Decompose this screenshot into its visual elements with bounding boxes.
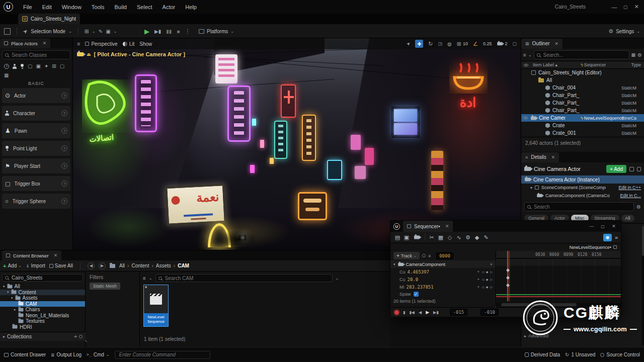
breadcrumb-all[interactable]: All [119,263,125,268]
add-collection-icon[interactable]: + [74,334,77,339]
console-input[interactable] [115,351,210,359]
outliner-row-level[interactable]: Cairo_Streets_Night (Editor) [521,69,644,76]
menu-file[interactable]: File [18,4,37,10]
perspective-dropdown[interactable]: Perspective [91,41,117,47]
toolbar-overflow-icon[interactable]: » [615,234,618,240]
next-key-icon[interactable]: ▷ [490,285,493,289]
seq-keys-icon[interactable]: ◇ [446,234,454,241]
outliner-tab[interactable]: ⊞ Outliner ✕ [521,39,562,49]
grid-snap-icon[interactable]: ⊞ [457,41,461,47]
settings-dropdown[interactable]: Settings [616,29,634,34]
outliner-row-folder[interactable]: All [521,76,644,84]
menu-help[interactable]: Help [180,4,202,10]
nav-back-button[interactable]: ◀ [88,262,95,269]
add-section-icon[interactable]: + [490,262,493,267]
cb-tree-row-assets[interactable]: ▾ Assets [0,295,85,301]
menu-edit[interactable]: Edit [37,4,57,10]
asset-tile-newlevelsequence[interactable]: * NewLevel Sequence [144,285,168,326]
place-actor-item-player-start[interactable]: ⚑ Player Start ? [2,158,70,173]
cb-tree-row-chairs[interactable]: ▸ Chairs [0,307,85,313]
blueprints-button[interactable]: ✎ [99,29,103,34]
key-icon[interactable]: ◆ [486,278,489,281]
help-icon[interactable]: ? [61,128,67,134]
arrow-down-icon[interactable]: ▾ [3,285,5,289]
eject-pilot-icon[interactable]: ⏏ [87,52,91,57]
eye-icon[interactable] [523,117,528,120]
rotate-tool-icon[interactable]: ↻ [428,41,433,47]
derived-data-button[interactable]: Derived Data [525,352,560,357]
place-actor-item-trigger-sphere[interactable]: ○ Trigger Sphere ? [2,194,70,209]
outliner-col-item-label[interactable]: Item Label ▴ [533,62,557,67]
add-component-button[interactable]: + Add [606,165,626,173]
breadcrumb-cam[interactable]: CAM [178,263,189,268]
all-classes-icon[interactable]: ▦ [4,72,9,78]
scale-snap-value[interactable]: 0.25 [483,41,492,46]
track-row-camera-component[interactable]: ▾ CameraComponent + [390,260,496,268]
asset-filter-icon[interactable]: ≡ [143,276,146,281]
camera-speed-value[interactable]: 2 [505,41,507,46]
details-settings-icon[interactable]: ⚙ [636,204,641,210]
prev-key-icon[interactable]: ◁ [481,285,484,289]
camera-speed-icon[interactable] [498,42,503,45]
effects-icon[interactable]: ✦ [44,63,48,69]
view-options-caret-icon[interactable]: ⌄ [336,276,339,281]
world-space-icon[interactable]: ◍ [447,41,452,47]
play-button[interactable]: ▶ [144,28,149,35]
level-tab[interactable]: U Cairo_Streets_Night [18,14,80,24]
seq-edit-options-icon[interactable]: ✎ [482,234,490,241]
record-button[interactable] [394,310,399,315]
sequencer-tab[interactable]: Sequencer• ✕ [403,221,453,232]
seq-layout-icon[interactable]: ▦ [437,234,445,241]
close-icon[interactable]: ✕ [445,224,449,229]
edit-in-c-link[interactable]: Edit in C... [620,193,641,198]
close-icon[interactable]: ✕ [43,41,47,46]
cinematics-button[interactable]: ▣ [106,29,110,34]
viewport-options-icon[interactable]: ≡ [77,41,80,47]
window-close-button[interactable]: ✕ [631,4,642,10]
selection-mode-dropdown[interactable]: Selection Mode [31,29,65,34]
edit-in-cpp-link[interactable]: Edit in C++ [618,185,641,190]
place-actor-item-actor[interactable]: ⊙ Actor ? [2,88,70,103]
component-row-scene[interactable]: ▾ SceneComponent (SceneComponent) Edit i… [521,184,644,192]
basic-classes-icon[interactable] [13,64,17,69]
seq-find-icon[interactable]: ▣ [403,234,411,241]
add-key-icon[interactable]: + [477,269,479,274]
menu-select[interactable]: Select [132,4,157,10]
spawned-checkbox[interactable]: ✓ [414,292,419,297]
seq-curves-icon[interactable]: ∿ [455,234,463,241]
next-key-icon[interactable]: ▷ [490,270,493,274]
timeline-ruler[interactable]: 0030 0060 0090 0120 0150 [496,251,621,258]
outliner-row[interactable]: Chair_Part_ StaticM [521,92,644,99]
prev-key-icon[interactable]: ◁ [481,278,484,281]
sequence-name[interactable]: NewLevelSequence• [570,245,611,250]
outliner-settings-icon[interactable]: ⚙ [637,52,642,58]
window-maximize-button[interactable]: ▢ [599,224,607,229]
lights-icon[interactable] [20,64,24,69]
outliner-col-type[interactable]: Type [631,62,641,67]
outliner-col-sequencer[interactable]: ϟSequencer [581,62,606,67]
show-dropdown[interactable]: Show [139,41,152,47]
play-button[interactable]: ▶ [426,310,429,315]
jump-start-button[interactable]: ▮◀ [409,310,415,315]
help-icon[interactable]: ? [61,198,67,204]
outliner-filter-icon[interactable]: ≡ [523,52,526,58]
camera-track-bar[interactable] [496,259,621,266]
component-row-camera[interactable]: CameraComponent (CameraComponent) Edit i… [521,192,644,200]
current-frame-field[interactable]: 0000 [436,252,453,259]
geometry-icon[interactable]: ⊞ [52,63,56,69]
track-row-spawned[interactable]: Spaw ✓ [390,291,496,298]
volumes-icon[interactable]: ▢ [60,63,64,69]
lit-dropdown[interactable]: Lit [129,41,135,47]
scale-tool-icon[interactable]: ◳ [438,41,443,46]
marker-icon[interactable]: ▮ [403,310,405,315]
window-close-button[interactable]: ✕ [610,224,618,229]
pause-button[interactable]: ▮▮ [166,29,172,34]
place-actor-item-pawn[interactable]: ♟ Pawn ? [2,123,70,138]
key-icon[interactable]: ◆ [486,285,489,289]
content-browser-tab[interactable]: Content Browser ✕ [2,250,61,260]
menu-window[interactable]: Window [57,4,87,10]
search-icon[interactable] [79,335,83,338]
next-key-icon[interactable]: ▷ [490,278,493,281]
breadcrumb-assets[interactable]: Assets [156,263,171,268]
help-icon[interactable]: ? [61,180,67,187]
